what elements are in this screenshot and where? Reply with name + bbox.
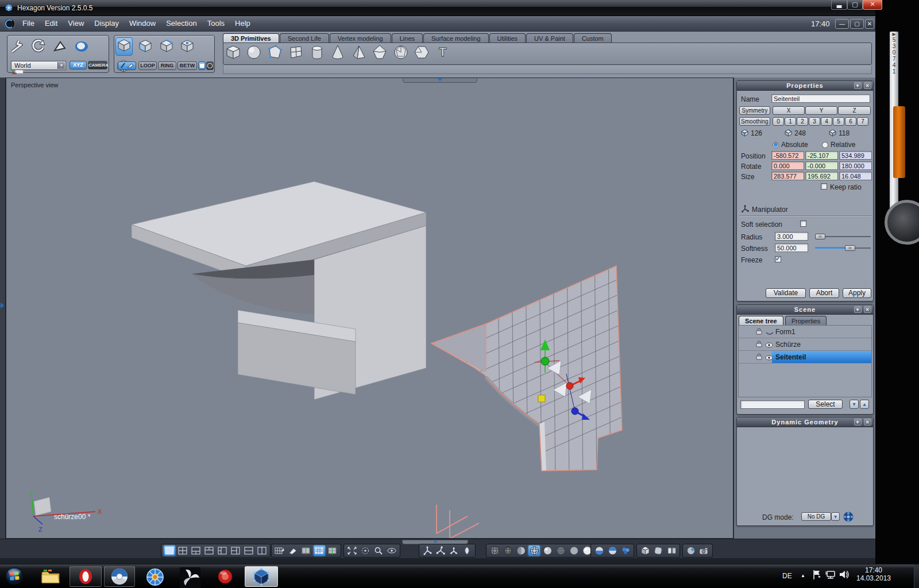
shaded-wire-sphere-icon[interactable] — [528, 546, 540, 556]
smoothing-7[interactable]: 7 — [857, 117, 868, 126]
rect-marquee-icon[interactable]: ▦ — [198, 61, 206, 70]
panels-icon[interactable] — [666, 546, 677, 556]
absolute-radio[interactable]: Absolute — [773, 141, 808, 149]
softness-input[interactable] — [775, 243, 808, 252]
scene-search-input[interactable] — [740, 400, 805, 409]
geodesic-icon[interactable] — [392, 44, 410, 63]
3d-text-icon[interactable]: T — [434, 44, 451, 63]
window-close-button[interactable]: ✕ — [863, 0, 882, 10]
camera-button[interactable]: CAMERA — [88, 61, 107, 69]
dense-wire-sphere-icon[interactable] — [502, 546, 513, 556]
dg-mode-dropdown-arrow-icon[interactable]: ▾ — [831, 512, 840, 521]
lock-icon[interactable] — [756, 341, 762, 349]
app-maximize-button[interactable]: ▢ — [850, 19, 864, 29]
zoom-icon[interactable] — [373, 546, 384, 556]
taskbar-clock[interactable]: 17:40 14.03.2013 — [852, 566, 895, 588]
compass-icon[interactable] — [144, 566, 166, 587]
window-minimize-button[interactable]: ▃ — [831, 0, 847, 10]
smoothing-5[interactable]: 5 — [833, 117, 844, 126]
properties-panel-header[interactable]: Properties ▼ ✕ — [737, 81, 873, 91]
tab-lines[interactable]: Lines — [392, 33, 423, 43]
tab-vertex-modeling[interactable]: Vertex modeling — [330, 33, 391, 43]
red-orb-icon[interactable] — [215, 566, 235, 587]
pinwheel-icon[interactable] — [179, 566, 202, 587]
smoothing-4[interactable]: 4 — [821, 117, 832, 126]
smoothing-3[interactable]: 3 — [809, 117, 820, 126]
scene-panel-header[interactable]: Scene ▼ ✕ — [737, 305, 873, 315]
start-orb-icon[interactable] — [5, 566, 25, 587]
select-arrow-icon[interactable] — [7, 36, 26, 56]
name-input[interactable] — [771, 94, 870, 103]
tab-utilities[interactable]: Utilities — [489, 33, 526, 43]
polyhedron-icon[interactable] — [413, 44, 430, 63]
grid-red-icon[interactable] — [300, 546, 312, 556]
ring-select-icon[interactable] — [72, 36, 91, 56]
action-center-flag-icon[interactable] — [812, 569, 821, 588]
tab-scene-properties[interactable]: Properties — [785, 316, 827, 325]
rotate-z-input[interactable] — [839, 161, 872, 170]
grid-green-icon[interactable] — [327, 546, 338, 556]
soft-selection-checkbox[interactable] — [800, 220, 806, 227]
clip-top-sphere-icon[interactable] — [607, 546, 618, 556]
sphere-icon[interactable] — [245, 44, 262, 63]
panel-close-icon[interactable]: ✕ — [864, 82, 871, 89]
box-icon[interactable] — [639, 546, 651, 556]
face-mode-icon[interactable] — [136, 36, 155, 55]
matte-sphere-icon[interactable] — [568, 546, 580, 556]
menu-view[interactable]: View — [63, 16, 89, 32]
hexagon-app-icon[interactable] — [245, 566, 278, 587]
softness-slider-handle[interactable] — [845, 245, 855, 251]
grid-icon[interactable] — [287, 44, 304, 63]
scene-item-schuerze[interactable]: Schürze — [739, 338, 871, 351]
apply-button[interactable]: Apply — [843, 288, 871, 298]
jack-universal-icon[interactable] — [461, 546, 473, 556]
rotate-x-input[interactable] — [771, 161, 804, 170]
facet-icon[interactable] — [267, 44, 284, 63]
left-collapse-strip[interactable] — [0, 78, 6, 539]
perspective-viewport[interactable]: Y X Z schürze00 * Perspective view — [6, 78, 733, 539]
volume-icon[interactable] — [839, 570, 850, 588]
camera-icon[interactable] — [698, 546, 710, 556]
grid-blue-icon[interactable] — [314, 546, 325, 556]
tab-scene-tree[interactable]: Scene tree — [739, 316, 783, 325]
pen-select-icon[interactable] — [118, 61, 136, 70]
eye-open-icon[interactable] — [765, 342, 773, 350]
position-y-input[interactable] — [805, 151, 838, 160]
panel-menu-icon[interactable]: ▼ — [854, 419, 862, 425]
smooth-sphere-icon[interactable] — [542, 546, 553, 556]
oval-marquee-icon[interactable]: ◯ — [206, 61, 214, 70]
edge-mode-icon[interactable] — [157, 36, 176, 55]
rounded-box-icon[interactable] — [652, 546, 664, 556]
smoothing-button[interactable]: Smoothing — [739, 117, 770, 126]
menu-window[interactable]: Window — [124, 16, 161, 32]
symmetry-x-button[interactable]: X — [773, 106, 805, 115]
iron-browser-icon[interactable] — [104, 566, 135, 587]
lock-icon[interactable] — [756, 353, 762, 362]
pyramid-icon[interactable] — [350, 44, 368, 63]
smoothing-2[interactable]: 2 — [797, 117, 808, 126]
grid-pen-icon[interactable] — [274, 546, 285, 556]
rotate-arrow-icon[interactable] — [29, 36, 48, 56]
betw-button[interactable]: BETW — [177, 61, 197, 70]
layout-cols-icon[interactable] — [256, 546, 268, 556]
radius-slider-handle[interactable] — [815, 234, 825, 239]
gem-icon[interactable] — [371, 44, 388, 63]
cylinder-icon[interactable] — [308, 44, 326, 63]
menu-edit[interactable]: Edit — [40, 16, 63, 32]
size-x-input[interactable] — [771, 172, 804, 180]
tab-custom[interactable]: Custom — [574, 33, 612, 43]
symmetry-z-button[interactable]: Z — [838, 106, 871, 115]
smoothing-0[interactable]: 0 — [773, 117, 784, 126]
position-x-input[interactable] — [771, 151, 804, 160]
world-dropdown-arrow-icon[interactable]: ▼ — [57, 62, 65, 69]
tab-uv-paint[interactable]: UV & Paint — [526, 33, 573, 43]
smoothing-6[interactable]: 6 — [845, 117, 856, 126]
network-icon[interactable] — [825, 570, 836, 588]
menu-file[interactable]: File — [17, 16, 40, 32]
lasso-icon[interactable] — [51, 36, 69, 56]
dg-panel-header[interactable]: Dynamic Geometry ▼ ✕ — [737, 417, 873, 427]
point-mode-icon[interactable] — [178, 36, 196, 55]
language-indicator[interactable]: DE — [782, 572, 792, 588]
scene-item-seitenteil[interactable]: Seitenteil — [739, 351, 871, 363]
rotate-y-input[interactable] — [805, 161, 838, 170]
